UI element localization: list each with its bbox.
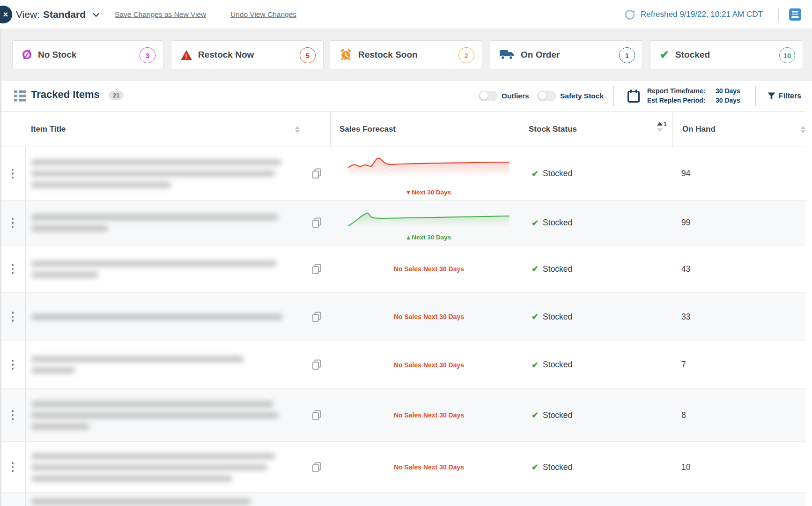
row-menu-button[interactable] [0,147,26,200]
copy-title-button[interactable] [312,341,322,388]
view-selector[interactable]: View: Standard [16,0,97,29]
save-changes-link[interactable]: Save Changes as New View [115,0,206,29]
forecast-label-text: Next 30 Days [412,234,451,241]
row-menu-button[interactable] [0,389,26,441]
forecast-trend-label: ▾ Next 30 Days [347,188,510,196]
card-label: Stocked [675,50,710,60]
no-stock-icon: Ø [22,49,32,61]
header-stock-status[interactable]: Stock Status [529,112,577,147]
inventory-dashboard: × View: Standard Save Changes as New Vie… [0,0,812,506]
table-row: No Sales Next 30 Days ✔ Stocked 8 [0,389,805,442]
copy-title-button[interactable] [312,442,322,492]
row-menu-button[interactable] [0,442,26,492]
toggle-switch[interactable] [537,91,556,101]
card-label: Restock Soon [358,50,418,60]
sales-forecast-cell: No Sales Next 30 Days [347,442,510,492]
est-replen-label: Est Replen Period: [647,96,705,105]
card-restock-now[interactable]: ! Restock Now 5 [171,40,324,69]
table-row: No Sales Next 30 Days ✔ Stocked 43 [0,246,805,293]
row-menu-button[interactable] [0,293,26,341]
on-hand-cell: 94 [681,147,690,200]
help-guide-button[interactable] [789,8,802,23]
column-label: Item Title [31,125,66,134]
table-row: ▴ Next 30 Days ✔ Stocked 99 [0,201,805,246]
table-row: ▾ Next 30 Days ✔ Stocked 94 [0,147,805,201]
report-settings-labels: Report Timeframe: Est Replen Period: [647,86,705,105]
row-menu-button[interactable] [0,341,26,388]
sales-forecast-cell: No Sales Next 30 Days [347,293,510,341]
refreshed-timestamp: Refreshed 9/19/22, 10:21 AM CDT [641,10,763,19]
row-menu-button[interactable] [0,246,26,292]
copy-icon [312,264,322,275]
outliers-toggle[interactable]: Outliers [479,81,529,111]
redacted-item-title [31,442,293,492]
column-separator [672,112,673,147]
column-label: On Hand [682,125,716,134]
table-row: No Sales Next 30 Days ✔ Stocked 33 [0,293,805,341]
toggle-switch[interactable] [479,91,497,101]
status-text: Stocked [543,360,572,370]
stock-status-cell: ✔ Stocked [531,442,572,492]
redacted-item-title [31,389,293,441]
header-item-title[interactable]: Item Title [31,112,66,147]
table-row: No Sales Next 30 Days ✔ Stocked 7 [0,341,805,389]
copy-title-button[interactable] [312,201,322,245]
column-separator [330,112,331,147]
copy-title-button[interactable] [312,389,322,441]
header-sales-forecast[interactable]: Sales Forecast [340,112,396,147]
back-button[interactable]: × [0,6,12,23]
active-sort-indicator[interactable]: 1 [657,122,667,132]
sales-forecast-cell: ▴ Next 30 Days [347,201,510,245]
check-icon: ✔ [531,264,539,274]
check-icon: ✔ [531,410,539,420]
sort-icon[interactable] [801,126,805,133]
page-left-edge [0,29,1,506]
on-hand-cell: 99 [681,201,690,245]
status-cards-band: Ø No Stock 3 ! Restock Now 5 Restock Soo… [0,29,812,81]
card-on-order[interactable]: On Order 1 [490,40,643,69]
card-no-stock[interactable]: Ø No Stock 3 [12,40,163,69]
column-label: Sales Forecast [340,125,396,134]
copy-title-button[interactable] [312,246,322,292]
status-text: Stocked [543,462,572,472]
copy-icon [312,359,322,370]
undo-view-changes-link[interactable]: Undo View Changes [230,0,296,29]
filters-button[interactable]: Filters [768,81,801,111]
no-sales-label: No Sales Next 30 Days [394,411,464,419]
card-stocked[interactable]: ✔ Stocked 10 [650,40,803,69]
card-restock-soon[interactable]: Restock Soon 2 [330,40,482,69]
copy-icon [312,312,322,322]
row-menu-button[interactable] [0,493,26,506]
refresh-area[interactable]: Refreshed 9/19/22, 10:21 AM CDT [624,0,763,29]
stock-status-cell: ✔ Stocked [531,246,572,292]
copy-icon [312,410,322,421]
sort-icon[interactable] [295,126,300,133]
redacted-item-title [31,341,293,388]
card-label: Restock Now [198,50,254,60]
table-row [0,493,805,506]
header-on-hand[interactable]: On Hand [682,112,716,147]
warning-triangle-icon: ! [181,50,192,60]
on-hand-cell: 10 [681,442,690,492]
redacted-item-title [31,293,293,341]
row-menu-button[interactable] [0,201,26,245]
card-label: On Order [521,50,560,60]
sales-forecast-sparkline-down [347,153,510,179]
on-hand-cell: 43 [681,246,690,292]
copy-title-button[interactable] [312,147,322,200]
view-name: Standard [43,9,86,20]
copy-title-button[interactable] [312,293,322,341]
divider [778,8,779,22]
toggle-label: Safety Stock [560,92,604,100]
report-timeframe-value: 30 Days [716,86,740,96]
redacted-item-title [31,246,293,292]
no-sales-label: No Sales Next 30 Days [394,361,464,369]
tracked-items-count-badge: 21 [109,91,124,100]
copy-icon [312,168,322,179]
sales-forecast-cell: No Sales Next 30 Days [347,246,510,292]
funnel-icon [768,92,775,100]
sales-forecast-cell: No Sales Next 30 Days [347,389,510,441]
stock-status-cell: ✔ Stocked [531,201,572,245]
check-icon: ✔ [660,48,669,61]
safety-stock-toggle[interactable]: Safety Stock [537,81,604,111]
